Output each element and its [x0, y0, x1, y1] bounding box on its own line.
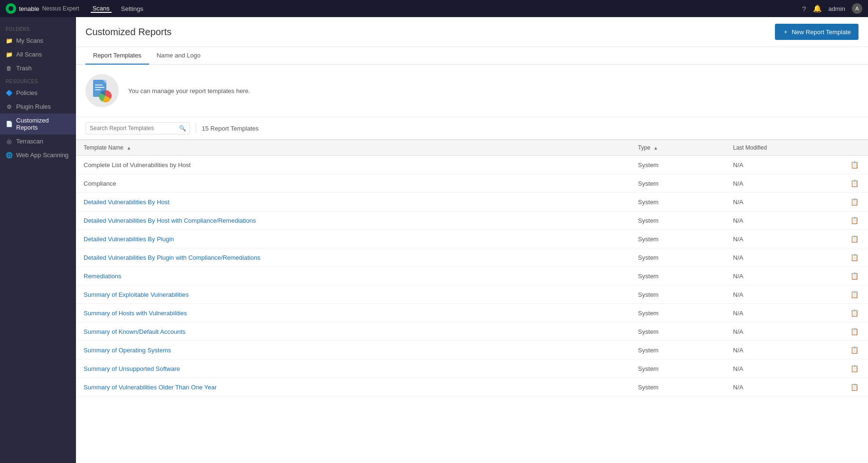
copy-template-button[interactable]: 📋 — [849, 234, 860, 244]
copy-template-button[interactable]: 📋 — [849, 253, 860, 262]
template-name-link[interactable]: Remediations — [84, 273, 122, 280]
template-last-modified: N/A — [726, 211, 821, 230]
search-row: 🔍 15 Report Templates — [76, 117, 868, 140]
copy-template-button[interactable]: 📋 — [849, 216, 860, 225]
table-body: Complete List of Vulnerabilities by Host… — [76, 156, 868, 397]
template-type: System — [631, 267, 726, 285]
template-name-link[interactable]: Detailed Vulnerabilities By Host with Co… — [84, 217, 256, 224]
new-report-template-button[interactable]: ＋ New Report Template — [775, 24, 859, 40]
avatar[interactable]: A — [852, 3, 862, 14]
sidebar-item-all-scans[interactable]: 📁 All Scans — [0, 47, 76, 61]
copy-template-button[interactable]: 📋 — [849, 197, 860, 207]
template-name: Complete List of Vulnerabilities by Host — [76, 156, 631, 174]
table-row: Detailed Vulnerabilities By HostSystemN/… — [76, 193, 868, 211]
template-type: System — [631, 378, 726, 397]
template-last-modified: N/A — [726, 174, 821, 193]
sidebar-label-web-app-scanning: Web App Scanning — [16, 151, 68, 159]
username-label: admin — [829, 5, 845, 12]
template-name-link[interactable]: Summary of Hosts with Vulnerabilities — [84, 310, 187, 317]
template-name-link[interactable]: Detailed Vulnerabilities By Plugin with … — [84, 254, 260, 261]
template-name-link[interactable]: Detailed Vulnerabilities By Plugin — [84, 236, 174, 243]
sidebar-item-policies[interactable]: 🔷 Policies — [0, 86, 76, 100]
template-name-link[interactable]: Detailed Vulnerabilities By Host — [84, 198, 170, 206]
template-last-modified: N/A — [726, 248, 821, 267]
copy-template-button[interactable]: 📋 — [849, 160, 860, 170]
template-last-modified: N/A — [726, 267, 821, 285]
sidebar-item-my-scans[interactable]: 📁 My Scans — [0, 34, 76, 47]
table-row: Detailed Vulnerabilities By Plugin with … — [76, 248, 868, 267]
template-count: 15 Report Templates — [202, 125, 259, 132]
help-icon[interactable]: ? — [802, 5, 806, 13]
template-type: System — [631, 322, 726, 341]
copy-template-button[interactable]: 📋 — [849, 327, 860, 336]
template-last-modified: N/A — [726, 341, 821, 359]
col-header-name[interactable]: Template Name ▲ — [76, 140, 631, 156]
table-row: Summary of Known/Default AccountsSystemN… — [76, 322, 868, 341]
customized-reports-icon: 📄 — [6, 121, 12, 127]
template-type: System — [631, 211, 726, 230]
template-name-link[interactable]: Summary of Unsupported Software — [84, 365, 180, 372]
template-name-link[interactable]: Summary of Operating Systems — [84, 347, 171, 354]
sidebar-item-customized-reports[interactable]: 📄 Customized Reports — [0, 113, 76, 134]
template-type: System — [631, 156, 726, 174]
copy-template-button[interactable]: 📋 — [849, 179, 860, 188]
copy-template-button[interactable]: 📋 — [849, 308, 860, 318]
new-report-btn-label: New Report Template — [792, 28, 851, 36]
page-title: Customized Reports — [85, 27, 171, 38]
main-content: Customized Reports ＋ New Report Template… — [76, 17, 868, 463]
sidebar: FOLDERS 📁 My Scans 📁 All Scans 🗑 Trash R… — [0, 17, 76, 463]
table-header: Template Name ▲ Type ▲ Last Modified — [76, 140, 868, 156]
copy-template-button[interactable]: 📋 — [849, 382, 860, 392]
template-last-modified: N/A — [726, 322, 821, 341]
col-header-actions — [821, 140, 868, 156]
sidebar-label-customized-reports: Customized Reports — [16, 117, 70, 131]
template-last-modified: N/A — [726, 378, 821, 397]
template-name-link[interactable]: Summary of Vulnerabilities Older Than On… — [84, 384, 217, 391]
sidebar-label-trash: Trash — [16, 65, 32, 72]
sidebar-item-trash[interactable]: 🗑 Trash — [0, 61, 76, 75]
logo-area: tenable Nessus Expert — [6, 3, 79, 14]
col-header-type[interactable]: Type ▲ — [631, 140, 726, 156]
template-name-link[interactable]: Summary of Known/Default Accounts — [84, 328, 186, 335]
copy-template-button[interactable]: 📋 — [849, 345, 860, 355]
table-row: Summary of Vulnerabilities Older Than On… — [76, 378, 868, 397]
tab-name-and-logo[interactable]: Name and Logo — [149, 47, 208, 65]
template-type: System — [631, 304, 726, 322]
plus-icon: ＋ — [783, 28, 789, 36]
template-last-modified: N/A — [726, 230, 821, 248]
info-banner: You can manage your report templates her… — [76, 65, 868, 117]
copy-template-button[interactable]: 📋 — [849, 290, 860, 299]
table-row: Complete List of Vulnerabilities by Host… — [76, 156, 868, 174]
template-name: Compliance — [76, 174, 631, 193]
sidebar-item-terrascan[interactable]: ◎ Terrascan — [0, 134, 76, 148]
search-icon: 🔍 — [179, 125, 186, 132]
svg-rect-4 — [95, 89, 101, 90]
sidebar-item-plugin-rules[interactable]: ⚙ Plugin Rules — [0, 100, 76, 113]
sidebar-label-policies: Policies — [16, 89, 38, 96]
trash-icon: 🗑 — [6, 65, 12, 72]
search-input[interactable] — [85, 122, 190, 134]
info-icon-circle — [85, 74, 119, 107]
table-row: Summary of Exploitable VulnerabilitiesSy… — [76, 285, 868, 304]
product-name: Nessus Expert — [42, 5, 79, 12]
table-row: Summary of Hosts with VulnerabilitiesSys… — [76, 304, 868, 322]
folder-icon-all-scans: 📁 — [6, 51, 12, 58]
template-name-link[interactable]: Summary of Exploitable Vulnerabilities — [84, 291, 189, 298]
template-last-modified: N/A — [726, 285, 821, 304]
sidebar-label-plugin-rules: Plugin Rules — [16, 103, 51, 110]
bell-icon[interactable]: 🔔 — [813, 4, 822, 13]
report-templates-table: Template Name ▲ Type ▲ Last Modified Com… — [76, 140, 868, 397]
report-illustration — [85, 74, 119, 107]
sidebar-item-web-app-scanning[interactable]: 🌐 Web App Scanning — [0, 148, 76, 162]
tab-report-templates[interactable]: Report Templates — [85, 47, 149, 65]
nav-scans[interactable]: Scans — [91, 5, 112, 13]
logo-inner-circle — [9, 6, 13, 11]
template-last-modified: N/A — [726, 193, 821, 211]
nav-settings[interactable]: Settings — [119, 5, 145, 12]
template-type: System — [631, 230, 726, 248]
template-last-modified: N/A — [726, 304, 821, 322]
copy-template-button[interactable]: 📋 — [849, 271, 860, 281]
folders-label: FOLDERS — [0, 23, 76, 34]
copy-template-button[interactable]: 📋 — [849, 364, 860, 373]
template-type: System — [631, 248, 726, 267]
